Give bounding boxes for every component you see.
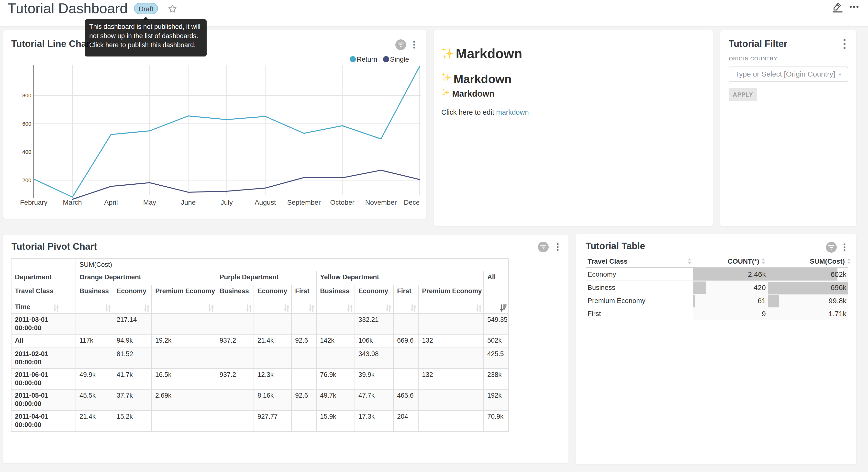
- svg-text:November: November: [365, 199, 397, 206]
- svg-text:December: December: [404, 199, 435, 206]
- svg-text:February: February: [20, 199, 48, 206]
- svg-text:September: September: [287, 199, 321, 206]
- svg-text:200: 200: [22, 177, 31, 183]
- svg-text:600: 600: [22, 121, 31, 127]
- svg-text:July: July: [221, 199, 233, 206]
- svg-text:August: August: [254, 199, 276, 206]
- svg-text:April: April: [104, 199, 118, 206]
- svg-text:May: May: [143, 199, 156, 206]
- svg-text:October: October: [330, 199, 354, 206]
- svg-text:800: 800: [22, 92, 31, 98]
- svg-text:June: June: [181, 199, 196, 206]
- svg-text:400: 400: [22, 149, 31, 155]
- svg-text:March: March: [63, 199, 82, 206]
